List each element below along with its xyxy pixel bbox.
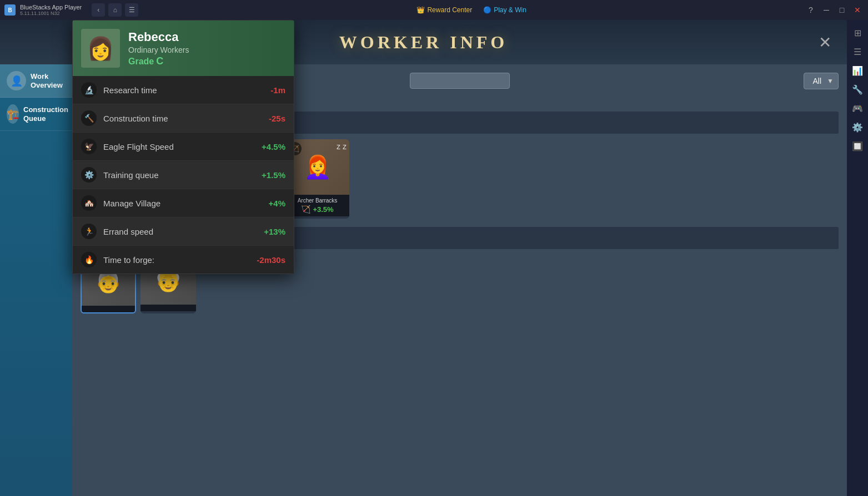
work-overview-label: WorkOverview (31, 72, 63, 89)
right-sidebar-icon-2[interactable]: ☰ (849, 43, 866, 60)
worker-popup: 👩 Rebecca Ordinary Workers Grade C 🔬 Res… (72, 20, 294, 274)
sidebar-item-work-overview[interactable]: 👤 WorkOverview (0, 64, 72, 98)
stat-icon-3: ⚙️ (81, 167, 97, 183)
right-sidebar-icon-6[interactable]: ⚙️ (849, 119, 866, 135)
worker-zzz-4: z z (337, 142, 347, 151)
construction-queue-label: ConstructionQueue (23, 105, 68, 123)
popup-info: Rebecca Ordinary Workers Grade C (128, 30, 189, 67)
stat-icon-1: 🔨 (81, 110, 97, 126)
reward-label: Reward Center (427, 6, 472, 14)
title-bar-left: B BlueStacks App Player 5.11.11.1001 N32… (4, 3, 138, 17)
search-area (410, 73, 510, 89)
close-window-button[interactable]: ✕ (851, 4, 864, 16)
title-bar: B BlueStacks App Player 5.11.11.1001 N32… (0, 0, 868, 20)
stat-value-4: +4% (269, 199, 285, 208)
work-overview-icon: 👤 (7, 71, 26, 90)
reward-center[interactable]: 👑 Reward Center (417, 6, 472, 14)
worker-building-4: Archer Barracks (288, 198, 347, 204)
stat-row-2: 🦅 Eagle Flight Speed +4.5% (73, 133, 294, 161)
title-bar-center: 👑 Reward Center 🔵 Play & Win (138, 6, 805, 14)
search-input[interactable] (410, 73, 510, 89)
stat-row-0: 🔬 Research time -1m (73, 76, 294, 104)
stat-icon-6: 🔥 (81, 252, 97, 267)
game-area: WORKER INFO ✕ 👤 WorkOverview 🏗️ Construc… (0, 20, 847, 496)
stat-value-6: -2m30s (257, 255, 285, 265)
stat-row-1: 🔨 Construction time -25s (73, 104, 294, 133)
maximize-button[interactable]: □ (836, 4, 848, 16)
worker-stat-value-4: +3.5% (313, 205, 333, 214)
stat-label-2: Eagle Flight Speed (103, 142, 262, 151)
sidebar-item-construction-queue[interactable]: 🏗️ ConstructionQueue (0, 98, 72, 131)
minimize-button[interactable]: ─ (820, 4, 832, 16)
panel-title: WORKER INFO (339, 32, 508, 53)
worker-stat-4: 🏹 +3.5% (288, 205, 347, 214)
game-left-sidebar: 👤 WorkOverview 🏗️ ConstructionQueue (0, 64, 72, 496)
worker-card-4[interactable]: 🏹 👩‍🦰 z z Archer Barracks 🏹 +3.5% (285, 139, 349, 219)
popup-header: 👩 Rebecca Ordinary Workers Grade C (73, 21, 294, 76)
filter-value: All (812, 77, 821, 85)
app-icon: B (4, 4, 16, 16)
stat-row-3: ⚙️ Training queue +1.5% (73, 161, 294, 189)
help-button[interactable]: ? (805, 4, 817, 16)
stat-row-6: 🔥 Time to forge: -2m30s (73, 246, 294, 274)
stat-icon-5: 🏃 (81, 224, 97, 239)
app-name: BlueStacks App Player (20, 4, 82, 11)
stat-icon-0: 🔬 (81, 82, 97, 98)
close-panel-button[interactable]: ✕ (814, 31, 836, 53)
play-win[interactable]: 🔵 Play & Win (483, 6, 526, 14)
stat-value-1: -25s (269, 114, 285, 123)
right-sidebar-icon-3[interactable]: 📊 (849, 62, 866, 79)
stat-label-3: Training queue (103, 170, 262, 180)
stat-label-5: Errand speed (103, 227, 264, 236)
worker-info-bottom-5 (82, 306, 135, 312)
stat-value-5: +13% (264, 227, 285, 236)
stat-label-6: Time to forge: (103, 255, 257, 265)
popup-stats: 🔬 Research time -1m 🔨 Construction time … (73, 76, 294, 274)
stat-icon-2: 🦅 (81, 139, 97, 154)
popup-grade-label: Grade (128, 57, 154, 66)
stat-icon-4: 🏘️ (81, 195, 97, 211)
bookmarks-button[interactable]: ☰ (125, 3, 138, 17)
right-sidebar-icon-5[interactable]: 🎮 (849, 100, 866, 117)
popup-avatar-face: 👩 (87, 36, 114, 62)
right-sidebar-icon-1[interactable]: ⊞ (849, 24, 866, 41)
popup-type: Ordinary Workers (128, 45, 189, 54)
home-button[interactable]: ⌂ (108, 3, 122, 17)
worker-avatar-4: 🏹 👩‍🦰 z z (285, 139, 349, 195)
title-bar-right: ? ─ □ ✕ (805, 4, 864, 16)
construction-queue-icon: 🏗️ (7, 104, 19, 124)
stat-value-3: +1.5% (262, 170, 285, 180)
play-win-icon: 🔵 (483, 6, 491, 14)
stat-value-0: -1m (270, 85, 285, 95)
stat-value-2: +4.5% (262, 142, 285, 151)
reward-icon: 👑 (417, 6, 425, 14)
back-button[interactable]: ‹ (92, 3, 105, 17)
worker-stat-icon-4: 🏹 (301, 205, 310, 214)
right-sidebar: ⊞ ☰ 📊 🔧 🎮 ⚙️ 🔲 (847, 20, 868, 496)
popup-name: Rebecca (128, 30, 189, 44)
worker-info-bottom-6 (141, 305, 196, 311)
popup-grade: Grade C (128, 55, 189, 67)
stat-label-4: Manage Village (103, 199, 269, 208)
worker-info-bottom-4: Archer Barracks 🏹 +3.5% (285, 195, 349, 216)
app-info: BlueStacks App Player 5.11.11.1001 N32 (20, 4, 82, 16)
app-version: 5.11.11.1001 N32 (20, 11, 82, 16)
stat-label-0: Research time (103, 85, 270, 95)
stat-row-5: 🏃 Errand speed +13% (73, 217, 294, 246)
right-sidebar-icon-4[interactable]: 🔧 (849, 81, 866, 98)
popup-avatar: 👩 (81, 29, 120, 68)
worker-face-4: 👩‍🦰 (304, 154, 332, 180)
filter-dropdown[interactable]: All (804, 73, 839, 89)
play-win-label: Play & Win (494, 6, 526, 14)
title-bar-nav: ‹ ⌂ ☰ (92, 3, 138, 17)
popup-grade-value: C (156, 55, 163, 67)
stat-label-1: Construction time (103, 114, 269, 123)
right-sidebar-icon-7[interactable]: 🔲 (849, 138, 866, 154)
stat-row-4: 🏘️ Manage Village +4% (73, 189, 294, 217)
